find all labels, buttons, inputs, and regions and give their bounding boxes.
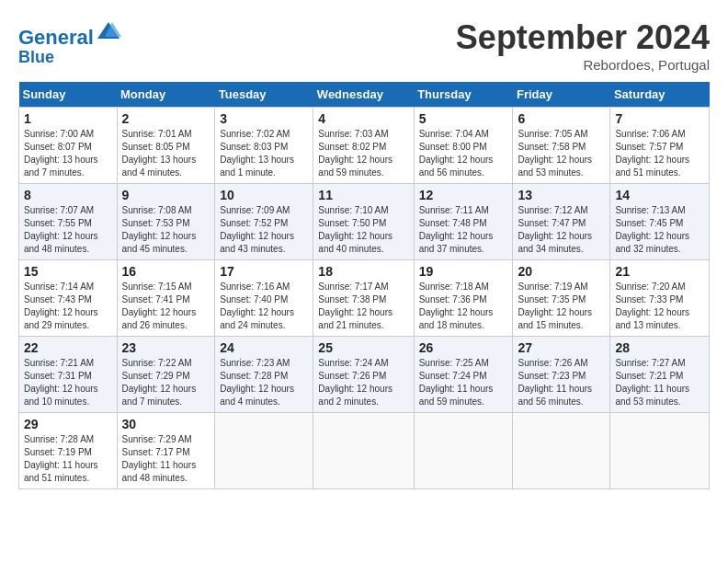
day-detail: Sunrise: 7:03 AM Sunset: 8:02 PM Dayligh…: [318, 128, 408, 179]
day-number: 9: [122, 188, 210, 202]
day-detail: Sunrise: 7:13 AM Sunset: 7:45 PM Dayligh…: [615, 204, 704, 256]
day-detail: Sunrise: 7:22 AM Sunset: 7:29 PM Dayligh…: [122, 357, 210, 408]
day-number: 30: [122, 417, 210, 431]
calendar-cell: 7Sunrise: 7:06 AM Sunset: 7:57 PM Daylig…: [610, 108, 710, 184]
calendar-cell: 9Sunrise: 7:08 AM Sunset: 7:53 PM Daylig…: [117, 184, 215, 260]
calendar-cell: 25Sunrise: 7:24 AM Sunset: 7:26 PM Dayli…: [313, 337, 414, 413]
calendar-cell: [313, 413, 414, 489]
day-detail: Sunrise: 7:10 AM Sunset: 7:50 PM Dayligh…: [318, 204, 408, 256]
day-detail: Sunrise: 7:08 AM Sunset: 7:53 PM Dayligh…: [122, 204, 210, 256]
day-number: 24: [220, 340, 308, 355]
day-detail: Sunrise: 7:21 AM Sunset: 7:31 PM Dayligh…: [24, 357, 112, 408]
day-detail: Sunrise: 7:17 AM Sunset: 7:38 PM Dayligh…: [318, 281, 408, 332]
logo-blue: Blue: [18, 49, 121, 67]
day-detail: Sunrise: 7:11 AM Sunset: 7:48 PM Dayligh…: [419, 204, 508, 256]
calendar-cell: [215, 413, 313, 489]
col-header-thursday: Thursday: [414, 82, 513, 108]
day-number: 16: [122, 264, 210, 279]
calendar-cell: [610, 413, 710, 489]
calendar-cell: 17Sunrise: 7:16 AM Sunset: 7:40 PM Dayli…: [215, 260, 313, 337]
day-number: 21: [615, 264, 704, 279]
col-header-friday: Friday: [513, 82, 610, 108]
day-number: 5: [419, 111, 508, 126]
calendar-cell: [414, 413, 513, 489]
calendar-cell: 28Sunrise: 7:27 AM Sunset: 7:21 PM Dayli…: [610, 337, 710, 413]
calendar-cell: 3Sunrise: 7:02 AM Sunset: 8:03 PM Daylig…: [215, 108, 313, 184]
day-detail: Sunrise: 7:15 AM Sunset: 7:41 PM Dayligh…: [122, 281, 210, 332]
day-detail: Sunrise: 7:09 AM Sunset: 7:52 PM Dayligh…: [220, 204, 308, 256]
calendar-cell: 8Sunrise: 7:07 AM Sunset: 7:55 PM Daylig…: [19, 184, 118, 260]
day-detail: Sunrise: 7:00 AM Sunset: 8:07 PM Dayligh…: [24, 128, 112, 179]
day-number: 22: [24, 340, 112, 355]
col-header-wednesday: Wednesday: [313, 82, 414, 108]
calendar-table: SundayMondayTuesdayWednesdayThursdayFrid…: [18, 82, 710, 489]
day-number: 11: [318, 188, 408, 202]
day-detail: Sunrise: 7:26 AM Sunset: 7:23 PM Dayligh…: [518, 357, 605, 408]
calendar-cell: 11Sunrise: 7:10 AM Sunset: 7:50 PM Dayli…: [313, 184, 414, 260]
day-detail: Sunrise: 7:06 AM Sunset: 7:57 PM Dayligh…: [615, 128, 704, 179]
calendar-cell: 26Sunrise: 7:25 AM Sunset: 7:24 PM Dayli…: [414, 337, 513, 413]
calendar-cell: [513, 413, 610, 489]
day-detail: Sunrise: 7:23 AM Sunset: 7:28 PM Dayligh…: [220, 357, 308, 408]
column-headers: SundayMondayTuesdayWednesdayThursdayFrid…: [19, 82, 710, 108]
month-title: September 2024: [456, 18, 710, 57]
day-number: 7: [615, 111, 704, 126]
calendar-week-3: 15Sunrise: 7:14 AM Sunset: 7:43 PM Dayli…: [19, 260, 710, 337]
day-number: 25: [318, 340, 408, 355]
logo-icon: [96, 18, 121, 44]
location: Rebordoes, Portugal: [456, 57, 710, 73]
day-number: 10: [220, 188, 308, 202]
calendar-cell: 30Sunrise: 7:29 AM Sunset: 7:17 PM Dayli…: [117, 413, 215, 489]
calendar-week-5: 29Sunrise: 7:28 AM Sunset: 7:19 PM Dayli…: [19, 413, 710, 489]
calendar-body: 1Sunrise: 7:00 AM Sunset: 8:07 PM Daylig…: [19, 108, 710, 489]
day-number: 17: [220, 264, 308, 279]
col-header-monday: Monday: [117, 82, 215, 108]
day-detail: Sunrise: 7:20 AM Sunset: 7:33 PM Dayligh…: [615, 281, 704, 332]
day-number: 2: [122, 111, 210, 126]
calendar-cell: 27Sunrise: 7:26 AM Sunset: 7:23 PM Dayli…: [513, 337, 610, 413]
page-header: General Blue September 2024 Rebordoes, P…: [18, 18, 710, 73]
calendar-cell: 16Sunrise: 7:15 AM Sunset: 7:41 PM Dayli…: [117, 260, 215, 337]
day-detail: Sunrise: 7:01 AM Sunset: 8:05 PM Dayligh…: [122, 128, 210, 179]
calendar-cell: 2Sunrise: 7:01 AM Sunset: 8:05 PM Daylig…: [117, 108, 215, 184]
calendar-cell: 12Sunrise: 7:11 AM Sunset: 7:48 PM Dayli…: [414, 184, 513, 260]
day-detail: Sunrise: 7:12 AM Sunset: 7:47 PM Dayligh…: [518, 204, 605, 256]
logo-general: General: [18, 26, 94, 49]
day-number: 18: [318, 264, 408, 279]
calendar-week-4: 22Sunrise: 7:21 AM Sunset: 7:31 PM Dayli…: [19, 337, 710, 413]
day-detail: Sunrise: 7:25 AM Sunset: 7:24 PM Dayligh…: [419, 357, 508, 408]
logo: General Blue: [18, 18, 121, 67]
calendar-cell: 13Sunrise: 7:12 AM Sunset: 7:47 PM Dayli…: [513, 184, 610, 260]
calendar-week-2: 8Sunrise: 7:07 AM Sunset: 7:55 PM Daylig…: [19, 184, 710, 260]
calendar-cell: 4Sunrise: 7:03 AM Sunset: 8:02 PM Daylig…: [313, 108, 414, 184]
day-number: 6: [518, 111, 605, 126]
calendar-cell: 15Sunrise: 7:14 AM Sunset: 7:43 PM Dayli…: [19, 260, 118, 337]
calendar-cell: 10Sunrise: 7:09 AM Sunset: 7:52 PM Dayli…: [215, 184, 313, 260]
logo-text: General: [18, 18, 121, 49]
col-header-tuesday: Tuesday: [215, 82, 313, 108]
calendar-cell: 1Sunrise: 7:00 AM Sunset: 8:07 PM Daylig…: [19, 108, 118, 184]
day-detail: Sunrise: 7:18 AM Sunset: 7:36 PM Dayligh…: [419, 281, 508, 332]
day-detail: Sunrise: 7:24 AM Sunset: 7:26 PM Dayligh…: [318, 357, 408, 408]
calendar-cell: 14Sunrise: 7:13 AM Sunset: 7:45 PM Dayli…: [610, 184, 710, 260]
day-number: 14: [615, 188, 704, 202]
calendar-cell: 5Sunrise: 7:04 AM Sunset: 8:00 PM Daylig…: [414, 108, 513, 184]
calendar-cell: 20Sunrise: 7:19 AM Sunset: 7:35 PM Dayli…: [513, 260, 610, 337]
calendar-cell: 21Sunrise: 7:20 AM Sunset: 7:33 PM Dayli…: [610, 260, 710, 337]
day-number: 19: [419, 264, 508, 279]
day-number: 26: [419, 340, 508, 355]
calendar-cell: 24Sunrise: 7:23 AM Sunset: 7:28 PM Dayli…: [215, 337, 313, 413]
day-number: 28: [615, 340, 704, 355]
calendar-cell: 18Sunrise: 7:17 AM Sunset: 7:38 PM Dayli…: [313, 260, 414, 337]
calendar-week-1: 1Sunrise: 7:00 AM Sunset: 8:07 PM Daylig…: [19, 108, 710, 184]
day-detail: Sunrise: 7:19 AM Sunset: 7:35 PM Dayligh…: [518, 281, 605, 332]
day-detail: Sunrise: 7:05 AM Sunset: 7:58 PM Dayligh…: [518, 128, 605, 179]
col-header-sunday: Sunday: [19, 82, 118, 108]
day-number: 15: [24, 264, 112, 279]
calendar-cell: 29Sunrise: 7:28 AM Sunset: 7:19 PM Dayli…: [19, 413, 118, 489]
day-detail: Sunrise: 7:04 AM Sunset: 8:00 PM Dayligh…: [419, 128, 508, 179]
day-number: 12: [419, 188, 508, 202]
day-detail: Sunrise: 7:14 AM Sunset: 7:43 PM Dayligh…: [24, 281, 112, 332]
title-block: September 2024 Rebordoes, Portugal: [456, 18, 710, 73]
calendar-cell: 19Sunrise: 7:18 AM Sunset: 7:36 PM Dayli…: [414, 260, 513, 337]
